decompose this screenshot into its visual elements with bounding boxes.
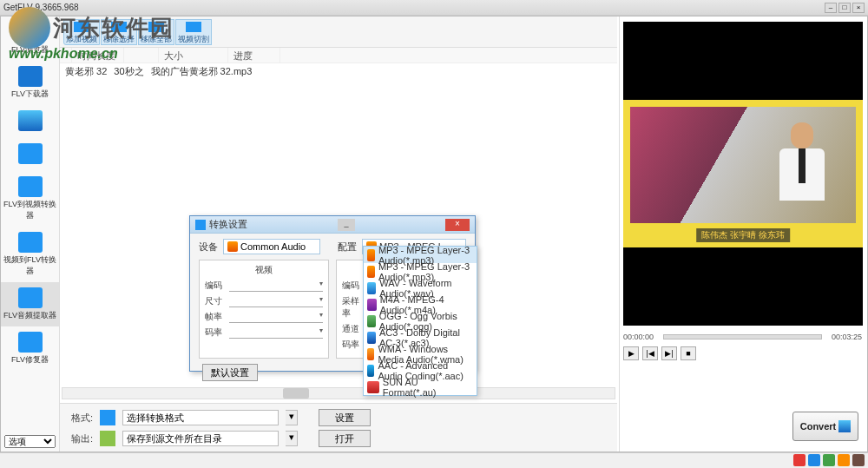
convert-icon	[838, 420, 851, 432]
app-title: GetFLV 9.3665.968	[3, 3, 79, 12]
col-duration: 时间长度	[72, 48, 124, 63]
config-label: 配置	[338, 241, 357, 254]
list-cell: 黄老邪 32	[65, 65, 107, 76]
timeline: 00:00:00 00:03:25	[623, 329, 862, 345]
player-controls: ▶ |◀ ▶| ■	[623, 346, 862, 360]
video-frame: 陈伟杰 张宇晴 徐东玮	[623, 100, 863, 247]
wav-icon	[367, 282, 376, 294]
tray-icon[interactable]	[808, 454, 820, 466]
sidebar-item-audio-extractor[interactable]: FLV音频提取器	[1, 282, 59, 326]
sidebar-item-browser[interactable]: FLV浏览器	[1, 16, 59, 61]
dialog-icon	[195, 220, 206, 230]
time-end: 00:03:25	[822, 333, 862, 341]
play-button[interactable]: ▶	[623, 346, 639, 360]
col-progress: 进度	[228, 48, 280, 63]
system-tray	[793, 454, 865, 466]
format-dropdown: MP3 - MPEG Layer-3 Audio(*.mp3) MP3 - MP…	[363, 246, 477, 396]
m4a-icon	[367, 299, 377, 311]
dialog-title: 转换设置	[209, 218, 247, 231]
convert-button[interactable]: Convert	[792, 412, 858, 441]
convert-label: Convert	[800, 421, 837, 432]
maximize-button[interactable]: □	[838, 3, 851, 13]
sidebar-item-repair[interactable]: FLV修复器	[1, 326, 59, 371]
toolbar-add-video[interactable]: 添加视频	[63, 19, 100, 45]
sidebar-item-downloader[interactable]: FLV下载器	[1, 61, 59, 105]
scrollbar-thumb[interactable]	[283, 388, 309, 399]
wma-icon	[367, 348, 374, 360]
toolbar-remove-all[interactable]: 移除全部	[138, 19, 174, 45]
ogg-icon	[367, 315, 376, 327]
minimize-button[interactable]: –	[825, 3, 837, 13]
dialog-minimize[interactable]: _	[338, 219, 355, 231]
toolbar-video-cut[interactable]: 视频切割	[175, 19, 212, 45]
list-row[interactable]: 黄老邪 32 30秒之 我的广告黄老邪 32.mp3	[60, 63, 617, 77]
time-start: 00:00:00	[623, 333, 663, 341]
list-header: 时间长度 大小 进度	[60, 48, 617, 63]
col-size: 大小	[159, 48, 228, 63]
prev-frame-button[interactable]: |◀	[642, 346, 658, 360]
video-player[interactable]: 陈伟杰 张宇晴 徐东玮	[623, 22, 863, 326]
preview-panel: 陈伟杰 张宇晴 徐东玮 00:00:00 00:03:25 ▶ |◀ ▶| ■ …	[619, 16, 867, 452]
dialog-titlebar[interactable]: 转换设置 _ ×	[190, 216, 475, 234]
seek-track[interactable]	[663, 334, 822, 339]
options-select[interactable]: 选项	[4, 435, 56, 448]
list-cell: 我的广告黄老邪 32.mp3	[151, 65, 253, 76]
open-button[interactable]: 打开	[319, 430, 371, 447]
window-controls: – □ ×	[825, 3, 865, 13]
tray-icon[interactable]	[852, 454, 865, 466]
output-label: 输出:	[67, 432, 93, 445]
sidebar-options[interactable]: 选项	[4, 435, 56, 448]
format-input[interactable]	[122, 410, 279, 425]
video-codec-select[interactable]	[229, 280, 323, 292]
default-settings-button[interactable]: 默认设置	[202, 364, 258, 381]
ac3-icon	[367, 332, 376, 344]
stop-button[interactable]: ■	[681, 346, 696, 360]
toolbar: 添加视频 移除选择 移除全部 视频切割	[60, 16, 617, 48]
window-titlebar: GetFLV 9.3665.968 – □ ×	[0, 0, 868, 16]
video-fps-select[interactable]	[229, 311, 323, 323]
format-icon	[100, 410, 115, 425]
sidebar-item-video-to-flv[interactable]: 视频到FLV转换器	[1, 227, 59, 282]
col-type	[124, 48, 159, 63]
aac-icon	[367, 365, 374, 377]
sidebar-item-tool4[interactable]	[1, 138, 59, 171]
sidebar-item-flv-to-video[interactable]: FLV到视频转换器	[1, 171, 59, 227]
device-label: 设备	[199, 241, 218, 254]
sidebar-item-tool3[interactable]	[1, 105, 59, 138]
device-select[interactable]: Common Audio	[223, 239, 320, 254]
toolbar-remove-sel[interactable]: 移除选择	[101, 19, 137, 45]
tray-icon[interactable]	[823, 454, 835, 466]
close-button[interactable]: ×	[852, 3, 865, 13]
output-input[interactable]	[122, 431, 279, 446]
mp3-icon	[367, 266, 375, 278]
bottom-bar: 格式: ▾ 设置 输出: ▾ 打开	[60, 403, 617, 452]
list-cell: 30秒之	[114, 65, 143, 76]
au-icon	[367, 381, 379, 393]
music-icon	[227, 241, 238, 252]
video-size-select[interactable]	[229, 295, 323, 307]
format-label: 格式:	[67, 412, 93, 425]
sidebar: FLV浏览器 FLV下载器 FLV到视频转换器 视频到FLV转换器 FLV音频提…	[1, 16, 60, 452]
dropdown-item[interactable]: SUN AU Format(*.au)	[364, 379, 477, 395]
col-checkbox	[60, 48, 72, 63]
output-dropdown-icon[interactable]: ▾	[286, 431, 298, 446]
next-frame-button[interactable]: ▶|	[661, 346, 677, 360]
video-subtitle: 陈伟杰 张宇晴 徐东玮	[696, 228, 790, 242]
dialog-close[interactable]: ×	[445, 219, 470, 231]
statusbar	[0, 452, 868, 468]
tray-icon[interactable]	[838, 454, 850, 466]
output-icon	[100, 431, 115, 446]
tray-icon[interactable]	[793, 454, 806, 466]
video-bitrate-select[interactable]	[229, 326, 323, 339]
video-group: 视频 编码 尺寸 帧率 码率	[199, 260, 329, 359]
settings-button[interactable]: 设置	[319, 409, 371, 426]
horizontal-scrollbar[interactable]	[62, 387, 615, 399]
mp3-icon	[367, 249, 375, 261]
format-dropdown-icon[interactable]: ▾	[286, 410, 298, 425]
video-scene	[630, 107, 856, 223]
